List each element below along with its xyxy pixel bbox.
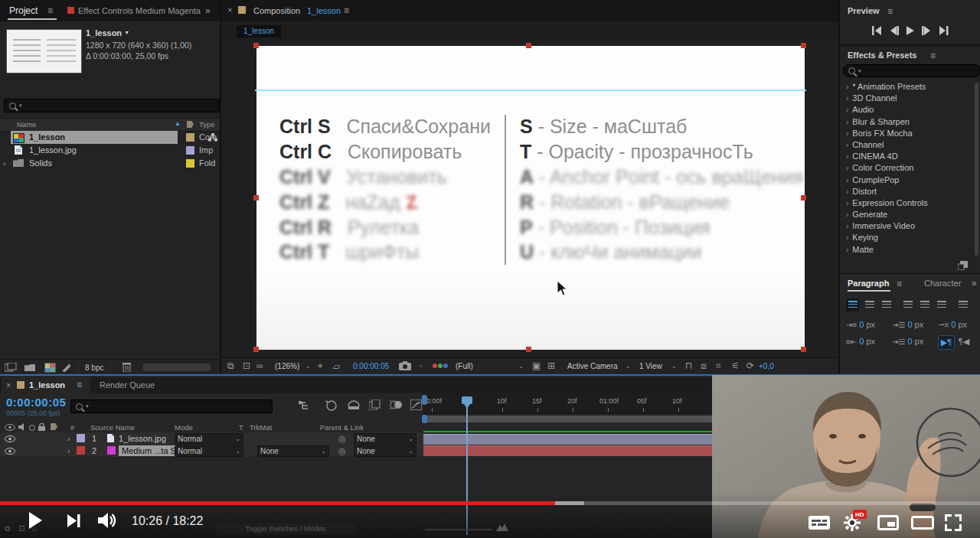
row-label-swatch[interactable] xyxy=(186,159,194,168)
effects-category[interactable]: ›Color Correction xyxy=(840,162,974,174)
align-left-button[interactable] xyxy=(846,298,859,311)
timeline-timecode[interactable]: 0:00:00:05 xyxy=(6,396,66,409)
handle-top-center[interactable] xyxy=(526,43,531,48)
row-name[interactable]: 1_lesson.jpg xyxy=(29,145,77,155)
close-icon[interactable]: × xyxy=(227,5,232,15)
text-direction-ltr-button[interactable]: ▶¶ xyxy=(938,335,955,350)
column-type[interactable]: Type xyxy=(199,120,215,129)
indent-left-field[interactable]: ⇥≡ 0 px xyxy=(846,320,875,330)
layer-expander-icon[interactable]: › xyxy=(67,434,70,443)
justify-all-button[interactable] xyxy=(956,298,969,311)
glasses-icon[interactable]: ∞ xyxy=(256,361,263,370)
tab-paragraph[interactable]: Paragraph xyxy=(848,279,889,288)
player-subtitles-button[interactable] xyxy=(808,516,830,530)
justify-last-center-button[interactable] xyxy=(918,298,931,311)
player-progress-track[interactable] xyxy=(0,501,980,505)
fast-previews-icon[interactable]: ⧈ xyxy=(701,361,707,370)
handle-top-right[interactable] xyxy=(801,43,806,48)
viewer-timecode[interactable]: 0:00:00:05 xyxy=(353,362,389,370)
layer-row-2[interactable]: › 2 Medium ...ta Solid 1 Normal⌄ None⌄ ◎… xyxy=(0,445,423,458)
handle-mid-right[interactable] xyxy=(801,195,806,201)
column-trkmat[interactable]: TrkMat xyxy=(250,423,272,432)
justify-last-left-button[interactable] xyxy=(901,298,914,311)
timeline-button-icon[interactable]: ⌗ xyxy=(716,361,721,370)
panel-corner-icon[interactable] xyxy=(958,261,968,270)
column-parent-link[interactable]: Parent & Link xyxy=(320,423,364,432)
column-t[interactable]: T xyxy=(239,423,243,432)
blend-mode-dropdown[interactable]: Normal⌄ xyxy=(175,433,243,445)
paragraph-overflow-icon[interactable]: » xyxy=(972,278,977,289)
handle-bottom-right[interactable] xyxy=(801,347,806,352)
handle-bottom-left[interactable] xyxy=(253,347,259,352)
chevron-down-icon[interactable]: ⌄ xyxy=(626,363,631,370)
effects-scrollbar[interactable] xyxy=(975,83,978,256)
indent-right-field[interactable]: ≡⇤ 0 px xyxy=(846,337,875,347)
eye-icon[interactable] xyxy=(5,448,15,455)
effects-title[interactable]: Effects & Presets xyxy=(848,51,917,60)
project-menu-icon[interactable]: ≡ xyxy=(47,6,53,15)
project-tab-overflow-icon[interactable]: » xyxy=(205,5,211,16)
motion-blur-icon[interactable] xyxy=(389,400,403,409)
project-row-1lesson-jpg[interactable]: 1_lesson.jpg Imp xyxy=(0,144,220,157)
composition-mini-flowchart-icon[interactable] xyxy=(299,401,311,411)
parent-dropdown[interactable]: None⌄ xyxy=(354,445,416,457)
row-label-swatch[interactable] xyxy=(186,146,194,155)
player-theater-button[interactable] xyxy=(911,516,934,530)
row-label-swatch[interactable] xyxy=(186,133,194,142)
column-source-name[interactable]: Source Name xyxy=(90,423,135,432)
parent-pickwhip-icon[interactable]: ◎ xyxy=(338,434,346,444)
ghost-channel-icon[interactable]: ◔ xyxy=(417,361,423,372)
region-of-interest-icon[interactable]: ▣ xyxy=(532,361,541,370)
preview-menu-icon[interactable]: ≡ xyxy=(887,7,893,16)
space-after-field[interactable]: ⇥☱ 0 px xyxy=(892,337,923,347)
effects-category[interactable]: ›3D Channel xyxy=(840,93,974,104)
column-name[interactable]: Name xyxy=(17,120,36,129)
timeline-search-input[interactable]: ▾ xyxy=(70,399,273,413)
chevron-down-icon[interactable]: ⌄ xyxy=(518,363,524,370)
comp-tab-name[interactable]: 1_lesson xyxy=(307,6,341,15)
effects-category[interactable]: ›Boris FX Mocha xyxy=(840,128,974,139)
layer-label-swatch[interactable] xyxy=(77,434,85,442)
effects-search-input[interactable]: ▾ xyxy=(843,64,980,77)
info-caret-icon[interactable]: ▼ xyxy=(124,30,129,35)
zoom-level-dropdown[interactable]: (126%) xyxy=(275,362,299,370)
layer-label-swatch[interactable] xyxy=(77,446,85,455)
column-mode[interactable]: Mode xyxy=(175,423,193,432)
expand-chevron-icon[interactable]: › xyxy=(3,158,6,168)
new-folder-icon[interactable] xyxy=(24,364,35,371)
row-name[interactable]: Solids xyxy=(29,158,52,168)
chevron-down-icon[interactable]: ⌄ xyxy=(671,363,677,370)
flowchart-icon[interactable]: ⚟ xyxy=(731,361,740,370)
tab-effect-controls[interactable]: Effect Controls Medium Magenta xyxy=(78,6,201,15)
horizontal-scrollbar[interactable] xyxy=(142,364,211,371)
grid-guides-icon[interactable]: ⊞ xyxy=(547,361,555,370)
effects-category[interactable]: ›Generate xyxy=(840,209,974,220)
effects-category[interactable]: ›Expression Controls xyxy=(840,197,974,209)
last-frame-button[interactable] xyxy=(938,26,949,35)
player-miniplayer-button[interactable] xyxy=(877,515,899,530)
handle-bottom-center[interactable] xyxy=(526,347,531,352)
trash-icon[interactable] xyxy=(122,362,131,372)
parent-pickwhip-icon[interactable]: ◎ xyxy=(338,446,346,456)
rgb-channels-icon[interactable] xyxy=(433,364,437,368)
mask-visibility-icon[interactable]: ▱ xyxy=(333,361,340,372)
exposure-offset[interactable]: +0,0 xyxy=(759,362,774,370)
effects-category[interactable]: ›Audio xyxy=(840,104,974,116)
paragraph-menu-icon[interactable]: ≡ xyxy=(897,279,902,289)
first-frame-button[interactable] xyxy=(872,26,883,35)
justify-last-right-button[interactable] xyxy=(935,298,948,311)
blend-mode-dropdown[interactable]: Normal⌄ xyxy=(175,445,243,457)
bit-depth-button[interactable]: 8 bpc xyxy=(78,364,110,372)
effects-category[interactable]: ›Immersive Video xyxy=(840,220,974,232)
chevron-down-icon[interactable]: ⌄ xyxy=(305,363,311,370)
align-right-button[interactable] xyxy=(880,298,893,311)
timeline-tab-name[interactable]: 1_lesson xyxy=(29,380,65,390)
next-frame-button[interactable] xyxy=(921,26,932,35)
snapshot-camera-icon[interactable] xyxy=(399,361,411,370)
effects-menu-icon[interactable]: ≡ xyxy=(930,51,936,60)
draft-3d-icon[interactable] xyxy=(325,399,337,411)
tab-character[interactable]: Character xyxy=(924,279,961,288)
camera-view-dropdown[interactable]: Active Camera xyxy=(567,362,618,370)
new-composition-icon[interactable] xyxy=(44,363,56,373)
effects-category[interactable]: ›* Animation Presets xyxy=(840,81,974,93)
